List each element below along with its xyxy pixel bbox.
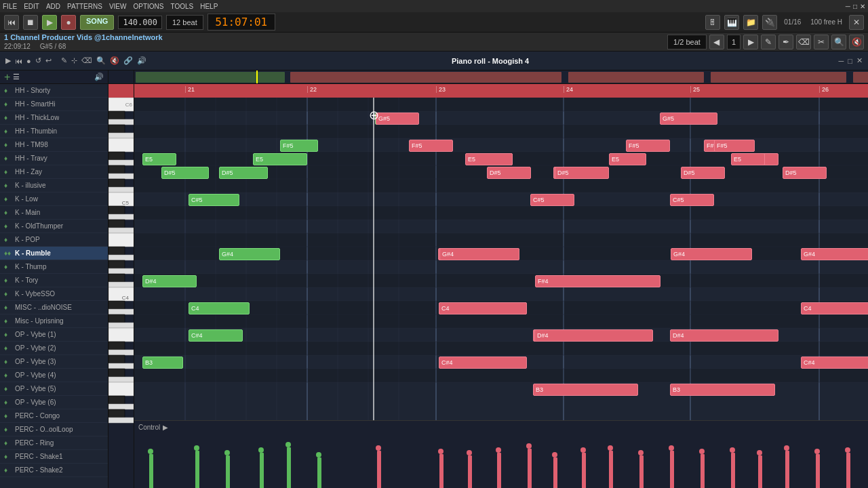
note-d5-bar21a[interactable]: D#5	[161, 167, 209, 179]
note-b3-bar24[interactable]: B3	[670, 384, 775, 396]
stop-btn[interactable]: ⏹	[23, 15, 38, 30]
track-item-op-vybe1[interactable]: ♦ OP - Vybe (1)	[0, 328, 108, 342]
pr-zoom-icon[interactable]: 🔍	[96, 56, 106, 65]
track-item-hh-thicklow[interactable]: ♦ HH - ThickLow	[0, 111, 108, 125]
pr-play-icon[interactable]: ▶	[5, 56, 11, 65]
tool-draw[interactable]: ✒	[778, 35, 793, 49]
note-c4-bar22b[interactable]: C4	[439, 302, 527, 314]
note-c4b-bar22[interactable]: C#4	[439, 357, 527, 369]
menu-file[interactable]: FILE	[3, 3, 17, 10]
pr-glue-icon[interactable]: 🔗	[123, 56, 133, 65]
note-b3-bar21[interactable]: B3	[142, 357, 183, 369]
track-item-perc-shake2[interactable]: ♦ PERC - Shake2	[0, 464, 108, 477]
note-g4-bar21[interactable]: G#4	[219, 248, 280, 260]
track-item-misc-uprising[interactable]: ♦ Misc - Uprisning	[0, 314, 108, 328]
note-g4-bar25[interactable]: G#4	[801, 248, 868, 260]
play-btn[interactable]: ▶	[42, 15, 57, 30]
track-item-perc-ring[interactable]: ♦ PERC - Ring	[0, 436, 108, 450]
tool-cut[interactable]: ✂	[814, 35, 829, 49]
note-g4-bar22b[interactable]: G#4	[439, 248, 519, 260]
window-minimize-icon[interactable]: ─	[846, 3, 850, 10]
track-item-k-oldthumper[interactable]: ♦ K - OldThumper	[0, 220, 108, 233]
note-f5-bar21[interactable]: F#5	[280, 140, 318, 152]
note-g4-bar24[interactable]: G#4	[671, 248, 752, 260]
track-item-k-tory[interactable]: ♦ K - Tory	[0, 274, 108, 287]
notes-area[interactable]: G#5 F#5 E5 E5 D#5 D#5 C#5 G#4	[134, 98, 868, 420]
note-c5-bar24[interactable]: C#5	[670, 194, 714, 206]
prev-btn[interactable]: ⏮	[4, 15, 19, 30]
tool-select[interactable]: ✎	[761, 35, 776, 49]
note-d5-bar23[interactable]: D#5	[555, 167, 609, 179]
window-close-icon[interactable]: ✕	[860, 3, 865, 10]
track-item-k-main[interactable]: ♦ K - Main	[0, 206, 108, 220]
snap-left-btn[interactable]: ◀	[709, 35, 724, 49]
track-item-k-thump[interactable]: ♦ K - Thump	[0, 260, 108, 274]
pr-erase-icon[interactable]: ⌫	[81, 56, 92, 65]
note-e5-bar24b[interactable]: E5	[731, 153, 765, 165]
note-c5-bar22[interactable]: C#5	[530, 194, 574, 206]
note-d4-bar21[interactable]: D#4	[142, 275, 197, 287]
note-d5-bar24b[interactable]: D#5	[783, 167, 827, 179]
pr-record-icon[interactable]: ●	[26, 57, 31, 65]
track-menu-icon[interactable]: ☰	[13, 73, 20, 81]
control-arrow-icon[interactable]: ▶	[163, 424, 168, 431]
note-b3-bar23[interactable]: B3	[533, 384, 638, 396]
menu-view[interactable]: VIEW	[109, 3, 127, 10]
track-item-k-pop[interactable]: ♦ K - POP	[0, 233, 108, 247]
track-item-op-vybe2[interactable]: ♦ OP - Vybe (2)	[0, 342, 108, 355]
track-item-perc-ooolloop[interactable]: ♦ PERC - O..oolLoop	[0, 423, 108, 436]
menu-patterns[interactable]: PATTERNS	[67, 3, 102, 10]
note-c4-bar25[interactable]: C4	[801, 302, 868, 314]
track-item-perc-congo[interactable]: ♦ PERC - Congo	[0, 409, 108, 423]
track-item-hh-zay[interactable]: ♦ HH - Zay	[0, 165, 108, 179]
note-d4-bar24[interactable]: D#4	[670, 329, 778, 342]
close-transport-icon[interactable]: ✕	[849, 15, 864, 30]
tool-erase[interactable]: ⌫	[796, 35, 811, 49]
menu-edit[interactable]: EDIT	[24, 3, 39, 10]
track-item-op-vybe5[interactable]: ♦ OP - Vybe (5)	[0, 382, 108, 396]
track-item-k-rumble[interactable]: ♦♦ K - Rumble	[0, 247, 108, 260]
song-btn[interactable]: SONG	[80, 15, 114, 30]
note-f5-bar22[interactable]: F#5	[409, 140, 453, 152]
note-f5-bar24b[interactable]: F#5	[714, 140, 755, 152]
pr-select-icon[interactable]: ⊹	[71, 56, 77, 65]
pr-loop-icon[interactable]: ↺	[35, 56, 41, 65]
track-item-hh-shorty[interactable]: ♦ HH - Shorty	[0, 84, 108, 98]
menu-options[interactable]: OPTIONS	[133, 3, 163, 10]
note-e5-bar21a[interactable]: E5	[142, 153, 176, 165]
note-c5-bar21[interactable]: C#5	[189, 194, 239, 206]
browser-btn[interactable]: 📁	[743, 15, 758, 30]
note-c4-bar21b[interactable]: C#4	[189, 329, 243, 342]
menu-tools[interactable]: TOOLS	[170, 3, 193, 10]
note-e5-bar22b[interactable]: E5	[465, 153, 513, 165]
window-maximize-icon[interactable]: □	[853, 3, 857, 10]
note-c4b-bar25[interactable]: C#4	[801, 357, 868, 369]
track-item-op-vybe3[interactable]: ♦ OP - Vybe (3)	[0, 355, 108, 369]
snap-right-btn[interactable]: ▶	[743, 35, 758, 49]
note-e5-bar21b[interactable]: E5	[253, 153, 307, 165]
move-cursor-icon[interactable]: ⊕	[369, 108, 379, 123]
tool-mute[interactable]: 🔇	[849, 35, 864, 49]
track-item-op-vybe4[interactable]: ♦ OP - Vybe (4)	[0, 369, 108, 382]
plugin-btn[interactable]: 🔌	[762, 15, 777, 30]
note-d4-bar23b[interactable]: D#4	[534, 329, 653, 342]
note-f5-bar23[interactable]: F#5	[626, 140, 670, 152]
pr-max-icon[interactable]: □	[848, 57, 852, 65]
track-item-hh-smarthi[interactable]: ♦ HH - SmartHi	[0, 98, 108, 111]
record-btn[interactable]: ●	[61, 15, 76, 30]
note-d5-bar22[interactable]: D#5	[487, 167, 531, 179]
piano-roll-btn[interactable]: 🎹	[724, 15, 739, 30]
track-item-op-vybe6[interactable]: ♦ OP - Vybe (6)	[0, 396, 108, 409]
pr-min-icon[interactable]: ─	[839, 57, 844, 65]
menu-add[interactable]: ADD	[46, 3, 60, 10]
note-c4-bar21[interactable]: C4	[189, 302, 250, 314]
track-item-hh-thumbin[interactable]: ♦ HH - Thumbin	[0, 125, 108, 138]
note-d5-bar24[interactable]: D#5	[681, 167, 725, 179]
track-item-misc-dionoise[interactable]: ♦ MISC - ..dioNOISE	[0, 301, 108, 314]
track-item-hh-tm98[interactable]: ♦ HH - TM98	[0, 138, 108, 152]
pr-close-icon[interactable]: ✕	[856, 56, 863, 65]
tool-zoom[interactable]: 🔍	[831, 35, 846, 49]
note-d5-bar21b[interactable]: D#5	[219, 167, 268, 179]
note-g5-bar22-cursor[interactable]: G#5	[376, 113, 419, 125]
menu-help[interactable]: HELP	[200, 3, 218, 10]
